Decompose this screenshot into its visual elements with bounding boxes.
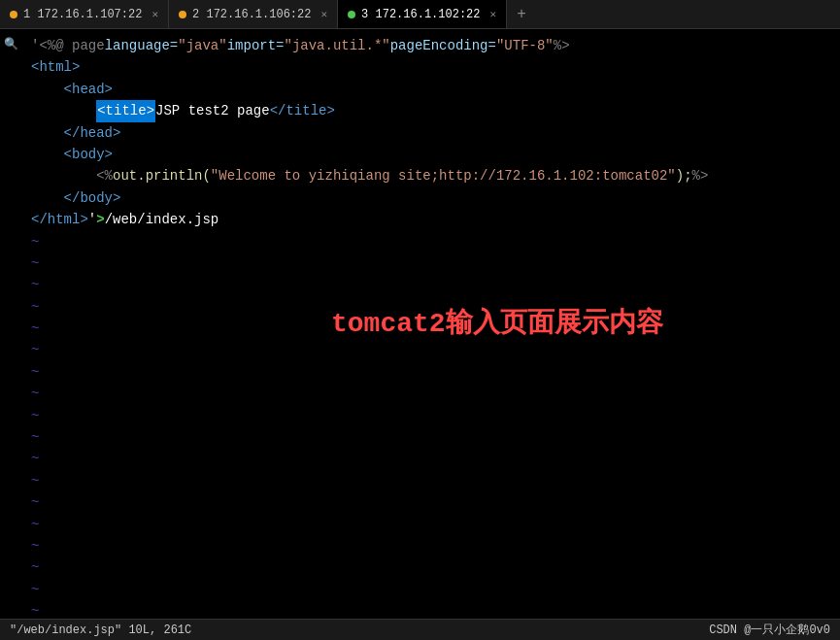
tilde-16: ~: [31, 556, 830, 578]
tilde-15: ~: [31, 535, 830, 556]
tab-2-close[interactable]: ✕: [320, 8, 327, 20]
tab-3-label: 3 172.16.1.102:22: [361, 8, 480, 21]
editor-area: 🔍 '<%@ page language="java" import="java…: [0, 29, 840, 619]
code-line-1: '<%@ page language="java" import="java.u…: [31, 35, 830, 56]
watermark: CSDN @一只小企鹅0v0: [709, 622, 830, 638]
code-line-7: <% out.println("Welcome to yizhiqiang si…: [31, 165, 830, 186]
tab-1[interactable]: 1 172.16.1.107:22 ✕: [0, 0, 169, 28]
prompt-arrow: >: [96, 209, 104, 230]
tilde-14: ~: [31, 514, 830, 535]
status-bar: "/web/index.jsp" 10L, 261C CSDN @一只小企鹅0v…: [0, 619, 840, 640]
tilde-12: ~: [31, 470, 830, 491]
code-line-3: <head>: [31, 79, 830, 100]
code-line-5: </head>: [31, 122, 830, 144]
tilde-2: ~: [31, 253, 830, 274]
tilde-10: ~: [31, 426, 830, 448]
search-icon-area: 🔍: [0, 29, 21, 619]
status-text: "/web/index.jsp" 10L, 261C: [10, 623, 191, 637]
tilde-9: ~: [31, 405, 830, 426]
tilde-18: ~: [31, 600, 830, 619]
tilde-13: ~: [31, 491, 830, 513]
code-line-6: <body>: [31, 144, 830, 165]
code-editor[interactable]: '<%@ page language="java" import="java.u…: [21, 29, 840, 619]
tab-1-close[interactable]: ✕: [151, 8, 158, 20]
tab-1-dot: [10, 11, 17, 18]
tilde-11: ~: [31, 448, 830, 469]
tilde-7: ~: [31, 361, 830, 383]
tab-add-button[interactable]: +: [507, 6, 536, 23]
tab-3-dot: [348, 11, 355, 18]
tilde-8: ~: [31, 383, 830, 404]
code-line-4: <title> JSP test2 page </title>: [31, 100, 830, 121]
tab-1-label: 1 172.16.1.107:22: [23, 8, 142, 21]
tilde-3: ~: [31, 274, 830, 295]
code-text: '<%@ page: [31, 35, 105, 56]
code-line-8: </body>: [31, 187, 830, 209]
title-highlight: <title>: [96, 100, 155, 121]
tilde-1: ~: [31, 231, 830, 253]
code-line-2: <html>: [31, 56, 830, 78]
tab-2-dot: [179, 11, 186, 18]
search-icon: 🔍: [4, 37, 18, 51]
tab-2-label: 2 172.16.1.106:22: [192, 8, 311, 21]
tab-3[interactable]: 3 172.16.1.102:22 ✕: [338, 0, 507, 28]
tab-3-close[interactable]: ✕: [490, 8, 497, 20]
tab-bar: 1 172.16.1.107:22 ✕ 2 172.16.1.106:22 ✕ …: [0, 0, 840, 29]
tilde-17: ~: [31, 579, 830, 600]
tab-2[interactable]: 2 172.16.1.106:22 ✕: [169, 0, 338, 28]
code-line-9: </html>' > /web/index.jsp: [31, 209, 830, 230]
overlay-text: tomcat2输入页面展示内容: [331, 302, 663, 346]
